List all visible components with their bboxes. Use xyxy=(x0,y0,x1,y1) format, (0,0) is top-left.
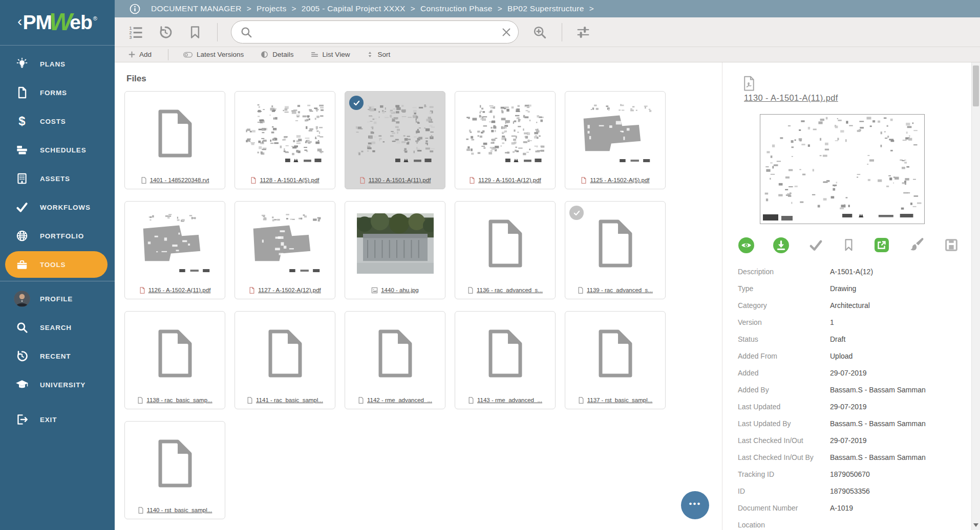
document-preview[interactable] xyxy=(760,114,925,224)
sidebar-item-tools[interactable]: TOOLS xyxy=(5,251,108,278)
breadcrumb: DOCUMENT MANAGER>Projects>2005 - Capital… xyxy=(151,4,594,13)
file-link[interactable]: 1127 - A-1502-A(12).pdf xyxy=(258,287,321,293)
bookmark-icon[interactable] xyxy=(187,25,203,40)
file-link[interactable]: 1143 - rme_advanced_... xyxy=(477,397,542,403)
scroll-down-arrow-icon[interactable] xyxy=(973,523,978,527)
file-card[interactable]: 1130 - A-1501-A(11).pdf xyxy=(345,91,445,189)
metadata-row: Last Updated29-07-2019 xyxy=(738,398,966,415)
clear-search-icon[interactable] xyxy=(501,27,512,38)
file-card[interactable]: 1125 - A-1502-A(5).pdf xyxy=(565,91,666,189)
metadata-value: Drawing xyxy=(830,284,856,293)
file-link[interactable]: 1401 - 1485220348.rvt xyxy=(150,177,209,183)
pmweb-logo[interactable]: ‹PMWeb® xyxy=(0,0,115,46)
search-input[interactable] xyxy=(258,21,501,43)
selected-check-badge[interactable] xyxy=(349,96,364,110)
breadcrumb-item[interactable]: BP02 Superstructure xyxy=(507,4,584,13)
add-button[interactable]: Add xyxy=(128,51,152,58)
check-badge[interactable] xyxy=(569,206,584,220)
save-icon[interactable] xyxy=(944,237,959,253)
sidebar-item-recent[interactable]: RECENT xyxy=(0,342,115,370)
brush-icon[interactable] xyxy=(908,236,926,254)
logout-icon xyxy=(15,413,29,426)
bookmark-icon[interactable] xyxy=(842,237,856,253)
ordered-list-icon[interactable]: 123 xyxy=(128,25,143,40)
history-icon[interactable] xyxy=(158,25,173,40)
check-icon[interactable] xyxy=(808,237,824,253)
vertical-scrollbar[interactable] xyxy=(971,62,980,530)
file-link[interactable]: 1138 - rac_basic_samp... xyxy=(146,397,212,403)
sidebar-item-costs[interactable]: $ COSTS xyxy=(0,107,115,136)
view-icon[interactable] xyxy=(738,237,755,254)
file-card[interactable]: 1142 - rme_advanced_... xyxy=(345,311,445,409)
file-link[interactable]: 1136 - rac_advanced_s... xyxy=(477,287,543,293)
file-card[interactable]: 1141 - rac_basic_sampl... xyxy=(235,311,335,409)
file-card[interactable]: 1138 - rac_basic_samp... xyxy=(124,311,225,409)
file-name-row: 1140 - rst_basic_sampl... xyxy=(125,503,225,519)
sidebar-item-profile[interactable]: PROFILE xyxy=(0,284,115,313)
file-link[interactable]: 1137 - rst_basic_sampl... xyxy=(587,397,653,403)
metadata-row: Version1 xyxy=(738,314,966,330)
filters-sliders-icon[interactable] xyxy=(576,25,591,40)
sidebar-item-search[interactable]: SEARCH xyxy=(0,313,115,342)
file-link[interactable]: 1130 - A-1501-A(11).pdf xyxy=(369,177,431,183)
file-card[interactable]: 1127 - A-1502-A(12).pdf xyxy=(235,201,335,299)
file-icon xyxy=(247,396,253,404)
file-link[interactable]: 1141 - rac_basic_sampl... xyxy=(256,397,323,403)
sidebar-item-plans[interactable]: PLANS xyxy=(0,50,115,78)
search-box xyxy=(231,20,519,43)
details-filename-link[interactable]: 1130 - A-1501-A(11).pdf xyxy=(744,93,838,103)
file-card[interactable]: 1140 - rst_basic_sampl... xyxy=(124,421,225,519)
metadata-value: 29-07-2019 xyxy=(830,436,867,445)
more-actions-button[interactable]: ••• xyxy=(681,491,709,519)
latest-versions-toggle[interactable]: Latest Versions xyxy=(183,51,244,58)
file-thumbnail xyxy=(455,202,555,283)
sidebar-item-assets[interactable]: ASSETS xyxy=(0,164,115,193)
file-card[interactable]: 1129 - A-1501-A(12).pdf xyxy=(455,91,556,189)
file-icon xyxy=(467,286,474,294)
details-toggle[interactable]: Details xyxy=(260,50,293,59)
file-link[interactable]: 1129 - A-1501-A(12).pdf xyxy=(478,177,541,183)
file-card[interactable]: 1136 - rac_advanced_s... xyxy=(455,201,556,299)
metadata-row: Document NumberA-1019 xyxy=(738,499,966,516)
sidebar-item-portfolio[interactable]: PORTFOLIO xyxy=(0,222,115,250)
file-link[interactable]: 1128 - A-1501-A(5).pdf xyxy=(260,177,319,183)
open-external-icon[interactable] xyxy=(874,237,890,253)
file-card[interactable]: 1137 - rst_basic_sampl... xyxy=(565,311,666,409)
file-card[interactable]: 1128 - A-1501-A(5).pdf xyxy=(235,91,335,189)
topbar: DOCUMENT MANAGER>Projects>2005 - Capital… xyxy=(115,0,980,17)
file-link[interactable]: 1142 - rme_advanced_... xyxy=(367,397,432,403)
file-card[interactable]: 1126 - A-1502-A(11).pdf xyxy=(124,201,225,299)
file-card[interactable]: 1401 - 1485220348.rvt xyxy=(124,91,225,189)
breadcrumb-item[interactable]: Construction Phase xyxy=(420,4,493,13)
file-card[interactable]: 1440 - ahu.jpg xyxy=(345,201,445,299)
zoom-in-icon[interactable] xyxy=(532,25,547,40)
avatar xyxy=(13,290,31,307)
file-name-row: 1129 - A-1501-A(12).pdf xyxy=(455,173,555,189)
metadata-value: 29-07-2019 xyxy=(830,403,867,411)
collapse-chevron-icon[interactable]: ‹ xyxy=(17,13,22,30)
breadcrumb-item[interactable]: Projects xyxy=(257,4,286,13)
file-name-row: 1137 - rst_basic_sampl... xyxy=(565,393,665,409)
sort-button[interactable]: Sort xyxy=(366,50,390,59)
pdf-icon xyxy=(359,176,366,184)
file-link[interactable]: 1125 - A-1502-A(5).pdf xyxy=(590,177,649,183)
breadcrumb-item[interactable]: 2005 - Capital Project XXXX xyxy=(302,4,406,13)
scrollbar-thumb[interactable] xyxy=(973,65,979,106)
sidebar-item-forms[interactable]: FORMS xyxy=(0,78,115,107)
file-card[interactable]: 1143 - rme_advanced_... xyxy=(455,311,556,409)
breadcrumb-item[interactable]: DOCUMENT MANAGER xyxy=(151,4,242,13)
latest-versions-label: Latest Versions xyxy=(197,51,244,58)
file-link[interactable]: 1140 - rst_basic_sampl... xyxy=(147,507,212,513)
sidebar-item-workflows[interactable]: WORKFLOWS xyxy=(0,193,115,222)
file-link[interactable]: 1440 - ahu.jpg xyxy=(381,287,419,293)
download-icon[interactable] xyxy=(773,237,790,254)
file-thumbnail xyxy=(235,312,335,393)
file-link[interactable]: 1126 - A-1502-A(11).pdf xyxy=(148,287,211,293)
sidebar-item-university[interactable]: UNIVERSITY xyxy=(0,370,115,399)
file-link[interactable]: 1139 - rac_advanced_s... xyxy=(587,287,653,293)
info-icon[interactable] xyxy=(129,3,141,15)
sidebar-item-exit[interactable]: EXIT xyxy=(0,405,115,434)
sidebar-item-schedules[interactable]: SCHEDULES xyxy=(0,136,115,164)
list-view-button[interactable]: List View xyxy=(310,50,350,59)
file-card[interactable]: 1139 - rac_advanced_s... xyxy=(565,201,666,299)
